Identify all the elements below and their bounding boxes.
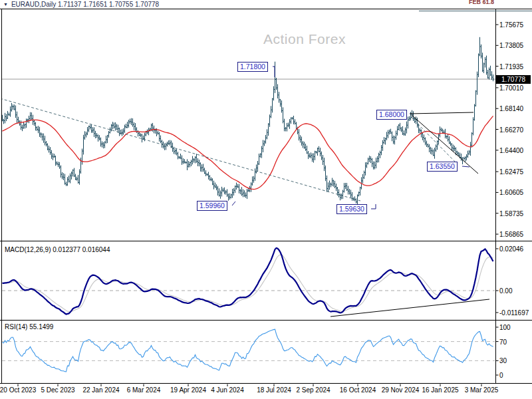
date-tick-label: 2 Sep 2024 <box>296 386 330 394</box>
annotation-connector <box>232 201 235 205</box>
date-tick-label: 22 Jan 2024 <box>82 386 119 394</box>
price-tick-label: 1.56865 <box>499 231 523 238</box>
macd-indicator-label: MACD(12,26,9) 0.012377 0.016044 <box>5 246 110 253</box>
date-tick-label: 20 Oct 2023 <box>0 386 36 394</box>
price-tick-label: 1.71935 <box>499 63 523 70</box>
price-level-label[interactable]: 1.68000 <box>376 110 407 120</box>
chart-canvas[interactable] <box>0 0 532 399</box>
rsi-panel <box>3 329 493 372</box>
date-tick-label: 6 Mar 2024 <box>127 386 161 394</box>
macd-panel <box>3 248 493 317</box>
rsi-tick-label: 70 <box>499 338 507 345</box>
macd-tick-label: 0.02046 <box>499 245 523 253</box>
symbol-dropdown-icon[interactable]: ▼ <box>3 0 8 9</box>
price-level-label[interactable]: 1.59960 <box>197 201 227 211</box>
macd-tick-label: 0.00 <box>499 287 512 295</box>
rsi-tick-label: 100 <box>499 324 511 331</box>
price-level-label[interactable]: 1.63550 <box>427 162 458 172</box>
date-tick-label: 4 Jun 2024 <box>211 386 244 394</box>
price-tick-label: 1.75675 <box>499 21 523 29</box>
current-price-tag: 1.70778 <box>496 75 531 84</box>
annotation-connector <box>273 66 275 77</box>
price-tick-label: 1.60605 <box>499 189 523 196</box>
price-tick-label: 1.66270 <box>499 126 523 133</box>
rsi-tick-label: 0 <box>499 372 503 379</box>
date-tick-label: 18 Jul 2024 <box>257 386 291 394</box>
price-tick-label: 1.58735 <box>499 209 523 217</box>
macd-signal-line <box>3 255 493 312</box>
date-tick-label: 19 Apr 2024 <box>170 386 206 394</box>
price-tick-label: 1.73805 <box>499 42 523 49</box>
moving-average-line <box>3 116 493 189</box>
price-level-label[interactable]: 1.59630 <box>336 204 367 214</box>
rsi-indicator-label: RSI(14) 55.1499 <box>5 323 53 331</box>
date-tick-label: 29 Nov 2024 <box>382 386 420 394</box>
price-level-label[interactable]: 1.71800 <box>237 62 268 72</box>
fib-level-label: FEB 61.8 <box>469 0 494 5</box>
date-tick-label: 5 Dec 2023 <box>41 386 74 394</box>
trendline-resistance-1.68 <box>410 112 473 114</box>
date-tick-label: 3 Mar 2025 <box>465 386 499 394</box>
watermark: Action Forex <box>263 31 346 47</box>
date-tick-label: 16 Oct 2024 <box>340 386 376 394</box>
price-tick-label: 1.62475 <box>499 168 523 176</box>
mt4-chart-window: ▼ EURAUD,Daily 1.71137 1.71651 1.70755 1… <box>0 0 532 399</box>
chart-title-ohlc: EURAUD,Daily 1.71137 1.71651 1.70755 1.7… <box>11 1 159 8</box>
macd-tick-label: -0.011697 <box>499 309 529 317</box>
rsi-line <box>3 329 493 372</box>
date-tick-label: 16 Jan 2025 <box>422 386 458 394</box>
annotation-connector <box>462 166 469 167</box>
macd-main-line <box>3 248 493 315</box>
macd-trendline <box>331 299 489 317</box>
rsi-tick-label: 30 <box>499 357 507 364</box>
annotation-connector <box>371 204 376 209</box>
chart-header: ▼ EURAUD,Daily 1.71137 1.71651 1.70755 1… <box>3 0 159 9</box>
price-tick-label: 1.70010 <box>499 84 523 91</box>
price-tick-label: 1.64400 <box>499 146 523 154</box>
price-tick-label: 1.68140 <box>499 105 523 112</box>
